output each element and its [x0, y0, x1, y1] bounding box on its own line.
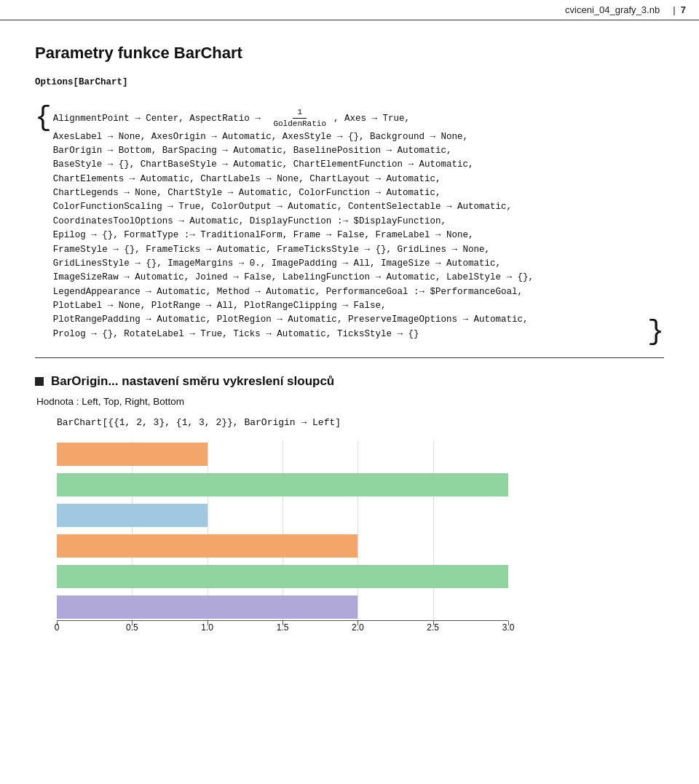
brace-right-icon: }: [647, 318, 664, 346]
x-axis-line: [57, 620, 508, 621]
bar-row-2: [57, 472, 508, 498]
bars-container: [57, 441, 508, 620]
code-line-7: ColorFunctionScaling → True, ColorOutput…: [53, 202, 512, 212]
brace-content: AlignmentPoint → Center, AspectRatio → 1…: [53, 107, 647, 341]
bar-3: [57, 504, 208, 527]
code-line-8: CoordinatesToolOptions → Automatic, Disp…: [53, 216, 446, 226]
fraction: 1GoldenRatio: [269, 107, 331, 130]
code-line-12: ImageSizeRaw → Automatic, Joined → False…: [53, 272, 534, 282]
code-line-2: AxesLabel → None, AxesOrigin → Automatic…: [53, 132, 468, 142]
bar-row-4: [57, 533, 508, 559]
x-label-10: 1.0: [201, 622, 213, 633]
code-line-11: GridLinesStyle → {}, ImageMargins → 0., …: [53, 258, 501, 269]
filename: cviceni_04_grafy_3.nb: [565, 4, 660, 15]
bar-4: [57, 534, 358, 558]
header: cviceni_04_grafy_3.nb | 7: [0, 0, 699, 20]
code-line-5: ChartElements → Automatic, ChartLabels →…: [53, 174, 441, 184]
bar-row-6: [57, 594, 508, 620]
brace-block: { AlignmentPoint → Center, AspectRatio →…: [35, 107, 664, 341]
subsection-title-text: BarOrigin... nastavení směru vykreslení …: [51, 374, 334, 389]
divider: [35, 357, 664, 358]
section-title: Parametry funkce BarChart: [35, 44, 664, 63]
x-axis-wrapper: 0 0.5 1.0 1.5 2.0 2.5 3.0: [57, 620, 508, 637]
bar-5: [57, 565, 508, 588]
main-content: Parametry funkce BarChart Options[BarCha…: [0, 20, 699, 660]
hodnota-text: Hodnota : Left, Top, Right, Bottom: [36, 396, 664, 407]
code-line-1: AlignmentPoint → Center, AspectRatio → 1…: [53, 114, 410, 124]
code-line-10: FrameStyle → {}, FrameTicks → Automatic,…: [53, 245, 490, 255]
subsection-title: BarOrigin... nastavení směru vykreslení …: [35, 374, 664, 389]
code-line-4: BaseStyle → {}, ChartBaseStyle → Automat…: [53, 159, 474, 170]
x-label-0: 0: [55, 622, 60, 633]
options-line: Options[BarChart]: [35, 76, 664, 90]
bar-2: [57, 473, 508, 496]
x-label-25: 2.5: [427, 622, 439, 633]
code-line-6: ChartLegends → None, ChartStyle → Automa…: [53, 188, 441, 198]
code-line-13: LegendAppearance → Automatic, Method → A…: [53, 287, 523, 297]
bar-row-1: [57, 441, 508, 467]
bullet-icon: [35, 377, 44, 386]
fraction-denominator: GoldenRatio: [269, 119, 331, 130]
x-label-20: 2.0: [352, 622, 364, 633]
barchart-code: BarChart[{{1, 2, 3}, {1, 3, 2}}, BarOrig…: [57, 417, 664, 428]
code-block: Options[BarChart] { AlignmentPoint → Cen…: [35, 76, 664, 341]
code-line-3: BarOrigin → Bottom, BarSpacing → Automat…: [53, 146, 452, 156]
code-line-16: Prolog → {}, RotateLabel → True, Ticks →…: [53, 329, 419, 339]
x-label-30: 3.0: [502, 622, 515, 633]
x-labels: 0 0.5 1.0 1.5 2.0 2.5 3.0: [57, 622, 508, 637]
separator: |: [673, 4, 675, 15]
bar-1: [57, 443, 208, 466]
x-label-15: 1.5: [277, 622, 289, 633]
bar-row-5: [57, 563, 508, 590]
brace-left-icon: {: [35, 104, 52, 132]
code-line-15: PlotRangePadding → Automatic, PlotRegion…: [53, 314, 529, 325]
code-line-14: PlotLabel → None, PlotRange → All, PlotR…: [53, 301, 387, 311]
bar-6: [57, 595, 358, 619]
code-line-9: Epilog → {}, FormatType :→ TraditionalFo…: [53, 230, 474, 240]
fraction-numerator: 1: [293, 107, 307, 119]
bar-row-3: [57, 502, 508, 528]
x-label-05: 0.5: [126, 622, 138, 633]
chart-area: 0 0.5 1.0 1.5 2.0 2.5 3.0: [57, 441, 566, 637]
page-number: 7: [681, 4, 686, 15]
